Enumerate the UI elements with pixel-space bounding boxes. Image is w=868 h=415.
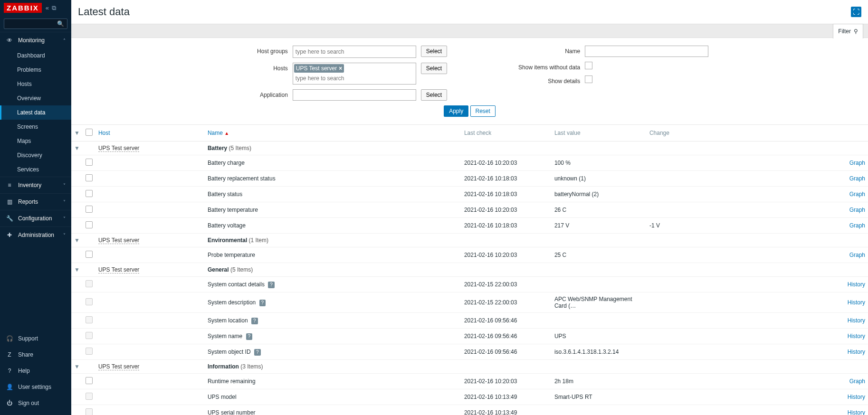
reset-button[interactable]: Reset: [470, 105, 496, 117]
info-badge-icon[interactable]: ?: [259, 300, 266, 306]
item-action-link[interactable]: History: [848, 299, 865, 306]
fullscreen-button[interactable]: ⛶: [851, 7, 861, 17]
apply-button[interactable]: Apply: [444, 105, 468, 117]
item-checkbox[interactable]: [86, 221, 93, 228]
item-checkbox[interactable]: [86, 393, 93, 400]
host-link[interactable]: UPS Test server: [98, 266, 139, 274]
item-checkbox[interactable]: [86, 298, 93, 305]
search-icon[interactable]: 🔍: [57, 20, 64, 27]
item-checkbox[interactable]: [86, 408, 93, 415]
group-toggle[interactable]: ▼: [71, 141, 83, 155]
nav-share[interactable]: ZShare: [0, 347, 71, 363]
application-row: ▼UPS Test serverInformation (3 Items): [71, 360, 868, 374]
nav-screens[interactable]: Screens: [0, 120, 71, 134]
item-checkbox[interactable]: [86, 206, 93, 213]
item-action-link[interactable]: History: [848, 333, 865, 340]
host-link[interactable]: UPS Test server: [98, 237, 139, 244]
host-groups-field[interactable]: [294, 47, 415, 57]
item-action-link[interactable]: Graph: [849, 160, 865, 166]
help-icon: ?: [6, 368, 13, 374]
nav-administration-label: Administration: [18, 232, 58, 238]
sidebar-collapse-icon[interactable]: «: [46, 4, 49, 12]
nav-inventory[interactable]: ≡ Inventory ˅: [0, 177, 71, 193]
host-link[interactable]: UPS Test server: [98, 363, 139, 370]
sidebar-search[interactable]: 🔍: [4, 19, 67, 29]
item-action-link[interactable]: History: [848, 394, 865, 400]
hosts-field[interactable]: [294, 74, 415, 83]
item-last-value: Smart-UPS RT: [552, 389, 647, 405]
item-checkbox[interactable]: [86, 348, 93, 355]
item-checkbox[interactable]: [86, 159, 93, 166]
select-all-checkbox[interactable]: [86, 129, 93, 136]
brand-logo[interactable]: ZABBIX: [4, 3, 42, 13]
item-action-link[interactable]: History: [848, 349, 865, 355]
nav-dashboard[interactable]: Dashboard: [0, 48, 71, 63]
group-toggle[interactable]: ▼: [71, 234, 83, 247]
item-row: Probe temperature 2021-02-16 10:20:0325 …: [71, 247, 868, 263]
item-name: UPS model: [208, 394, 237, 400]
without-data-checkbox[interactable]: [585, 62, 592, 69]
nav-signout[interactable]: ⏻Sign out: [0, 395, 71, 411]
item-last-value: batteryNormal (2): [552, 187, 647, 202]
nav-signout-label: Sign out: [18, 400, 39, 406]
col-name[interactable]: Name ▲: [208, 130, 229, 136]
item-checkbox[interactable]: [86, 251, 93, 258]
host-groups-select-button[interactable]: Select: [421, 46, 447, 57]
nav-monitoring[interactable]: 👁 Monitoring ˄: [0, 32, 71, 48]
application-name: Environmental: [208, 237, 247, 244]
nav-administration[interactable]: ✚ Administration ˅: [0, 226, 71, 243]
nav-user-settings[interactable]: 👤User settings: [0, 379, 71, 395]
item-action-link[interactable]: History: [848, 409, 865, 415]
group-toggle[interactable]: ▼: [71, 263, 83, 277]
item-last-check: 2021-02-16 10:18:03: [461, 187, 552, 202]
collapse-all-toggle[interactable]: ▼: [71, 125, 83, 141]
nav-configuration[interactable]: 🔧 Configuration ˅: [0, 210, 71, 226]
info-badge-icon[interactable]: ?: [268, 282, 275, 288]
nav-maps[interactable]: Maps: [0, 134, 71, 148]
item-action-link[interactable]: Graph: [849, 222, 865, 229]
item-checkbox[interactable]: [86, 174, 93, 181]
item-checkbox[interactable]: [86, 316, 93, 323]
info-badge-icon[interactable]: ?: [246, 333, 253, 340]
nav-overview[interactable]: Overview: [0, 91, 71, 105]
item-action-link[interactable]: History: [848, 281, 865, 288]
item-action-link[interactable]: History: [848, 317, 865, 324]
nav-bottom: 🎧Support ZShare ?Help 👤User settings ⏻Si…: [0, 330, 71, 415]
info-badge-icon[interactable]: ?: [254, 349, 261, 356]
host-tag[interactable]: UPS Test server×: [294, 64, 344, 73]
item-action-link[interactable]: Graph: [849, 378, 865, 385]
host-tag-remove-icon[interactable]: ×: [339, 65, 342, 72]
nav-latest-data[interactable]: Latest data: [0, 105, 71, 120]
nav-services[interactable]: Services: [0, 162, 71, 177]
search-input[interactable]: [7, 20, 57, 27]
nav-hosts[interactable]: Hosts: [0, 77, 71, 91]
hosts-select-button[interactable]: Select: [421, 63, 447, 74]
item-checkbox[interactable]: [86, 377, 93, 384]
nav-discovery[interactable]: Discovery: [0, 148, 71, 162]
info-badge-icon[interactable]: ?: [251, 318, 258, 324]
group-toggle[interactable]: ▼: [71, 360, 83, 374]
filter-toggle[interactable]: Filter ⚲: [833, 24, 863, 38]
nav-problems[interactable]: Problems: [0, 63, 71, 77]
item-checkbox[interactable]: [86, 190, 93, 197]
item-checkbox[interactable]: [86, 280, 93, 287]
col-host[interactable]: Host: [98, 130, 110, 136]
host-link[interactable]: UPS Test server: [98, 145, 139, 152]
nav-reports[interactable]: ▥ Reports ˅: [0, 193, 71, 210]
item-action-link[interactable]: Graph: [849, 191, 865, 198]
item-checkbox[interactable]: [86, 332, 93, 339]
name-input[interactable]: [585, 46, 708, 57]
details-checkbox[interactable]: [585, 75, 592, 83]
item-change: [647, 374, 763, 389]
main: Latest data ⛶ Filter ⚲ Host groups Selec…: [71, 0, 868, 415]
host-groups-input[interactable]: [293, 46, 416, 58]
hosts-input[interactable]: UPS Test server×: [293, 63, 416, 85]
application-input[interactable]: [293, 89, 416, 101]
item-action-link[interactable]: Graph: [849, 175, 865, 182]
application-select-button[interactable]: Select: [421, 89, 447, 101]
item-action-link[interactable]: Graph: [849, 207, 865, 213]
item-action-link[interactable]: Graph: [849, 252, 865, 258]
nav-help[interactable]: ?Help: [0, 363, 71, 379]
nav-support[interactable]: 🎧Support: [0, 330, 71, 347]
sidebar-popout-icon[interactable]: ⧉: [52, 4, 56, 12]
